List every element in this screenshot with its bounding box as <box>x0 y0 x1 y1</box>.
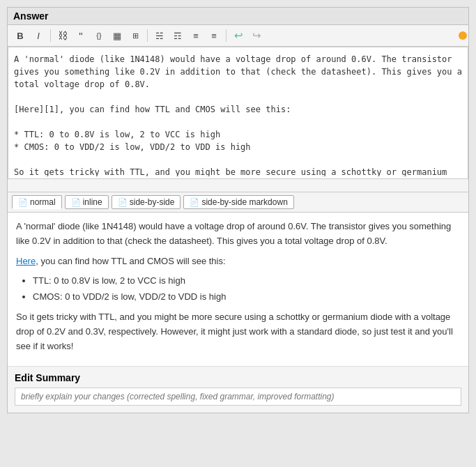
preview-list: TTL: 0 to 0.8V is low, 2 to VCC is high … <box>33 274 460 305</box>
editor-textarea[interactable]: A 'normal' diode (like 1N4148) would hav… <box>8 47 468 176</box>
section-header: Answer <box>8 8 468 25</box>
tab-side-by-side-md-label: side-by-side markdown <box>201 197 287 207</box>
toolbar-separator-1 <box>50 29 51 42</box>
list-item-2: CMOS: 0 to VDD/2 is low, VDD/2 to VDD is… <box>33 290 460 305</box>
preview-para-2: Here, you can find how TTL and CMOS will… <box>16 254 460 269</box>
blockquote-button[interactable]: " <box>72 28 89 43</box>
image-button[interactable]: ▦ <box>109 28 125 43</box>
list-item-1: TTL: 0 to 0.8V is low, 2 to VCC is high <box>33 274 460 289</box>
tab-side-by-side[interactable]: 📄 side-by-side <box>112 195 181 209</box>
unordered-list-button[interactable]: ☶ <box>169 28 186 43</box>
redo-button[interactable]: ↪ <box>248 28 265 43</box>
preview-tabs-bar: 📄 normal 📄 inline 📄 side-by-side 📄 side-… <box>8 192 468 213</box>
italic-button[interactable]: I <box>30 28 47 43</box>
section-title: Answer <box>13 10 49 22</box>
tab-inline-label: inline <box>83 197 102 207</box>
indent-button[interactable]: ≡ <box>187 28 204 43</box>
bold-button[interactable]: B <box>12 28 29 43</box>
link-button[interactable]: ⛓ <box>54 28 71 43</box>
tab-side-by-side-md-icon: 📄 <box>190 198 199 207</box>
edit-summary-section: Edit Summary <box>8 367 468 413</box>
tab-side-by-side-label: side-by-side <box>130 197 175 207</box>
preview-area: A 'normal' diode (like 1N4148) would hav… <box>8 213 468 367</box>
tab-inline-icon: 📄 <box>71 198 81 207</box>
spacer <box>8 179 468 186</box>
editor-area: A 'normal' diode (like 1N4148) would hav… <box>8 47 468 179</box>
toolbar-separator-3 <box>226 29 227 42</box>
answer-editor-container: Answer B I ⛓ " {} ▦ ⊞ ☵ ☶ ≡ ≡ ↩ ↪ A 'nor… <box>7 7 469 413</box>
preview-para-2-text: , you can find how TTL and CMOS will see… <box>36 256 225 266</box>
edit-summary-input[interactable] <box>15 388 461 406</box>
dedent-button[interactable]: ≡ <box>206 28 222 43</box>
yellow-dot-indicator <box>459 31 467 40</box>
edit-summary-label: Edit Summary <box>15 372 461 383</box>
toolbar-separator-2 <box>147 29 148 42</box>
tab-side-by-side-markdown[interactable]: 📄 side-by-side markdown <box>183 195 293 209</box>
tab-normal-icon: 📄 <box>18 198 28 207</box>
preview-here-link[interactable]: Here <box>16 256 36 266</box>
tab-normal-label: normal <box>30 197 56 207</box>
preview-para-3: So it gets tricky with TTL, and you migh… <box>16 310 460 353</box>
tab-normal[interactable]: 📄 normal <box>12 195 62 209</box>
editor-toolbar: B I ⛓ " {} ▦ ⊞ ☵ ☶ ≡ ≡ ↩ ↪ <box>8 25 468 47</box>
preview-para-1: A 'normal' diode (like 1N4148) would hav… <box>16 220 460 249</box>
ordered-list-button[interactable]: ☵ <box>151 28 168 43</box>
special-button[interactable]: ⊞ <box>127 28 144 43</box>
code-button[interactable]: {} <box>91 28 107 43</box>
tab-inline[interactable]: 📄 inline <box>65 195 109 209</box>
undo-button[interactable]: ↩ <box>230 28 247 43</box>
tab-side-by-side-icon: 📄 <box>118 198 128 207</box>
